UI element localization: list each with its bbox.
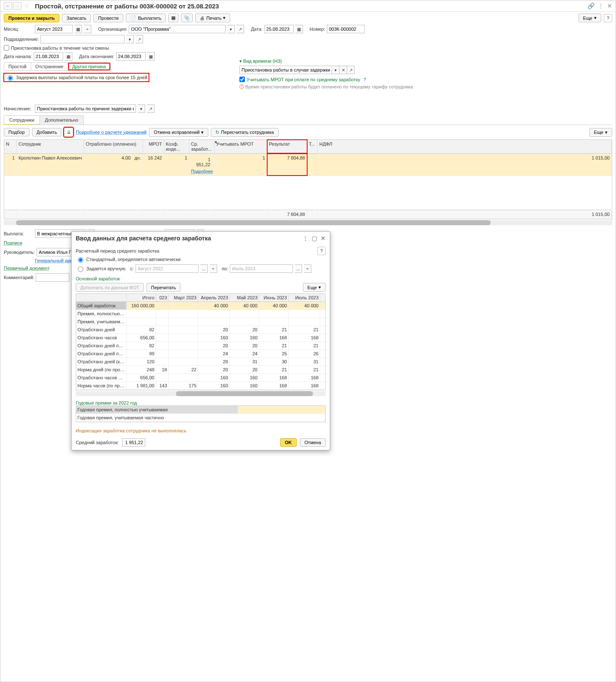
tab-additional[interactable]: Дополнительно xyxy=(40,115,84,125)
comment-input[interactable] xyxy=(36,273,69,282)
open-icon[interactable]: ↗ xyxy=(147,104,154,113)
tab-idle[interactable]: Простой xyxy=(4,63,31,70)
close-icon[interactable]: ✕ xyxy=(607,3,612,9)
modal-scrollbar[interactable] xyxy=(76,391,326,396)
org-input[interactable] xyxy=(129,25,226,33)
mrot-help[interactable]: ? xyxy=(364,77,366,82)
month-input[interactable] xyxy=(35,25,73,33)
post-close-button[interactable]: Провести и закрыть xyxy=(4,14,59,22)
open-icon[interactable]: ↗ xyxy=(347,66,355,74)
col-emp: Сотрудник xyxy=(17,140,84,153)
modal-help-button[interactable]: ? xyxy=(317,247,326,255)
add-button[interactable]: Добавить xyxy=(32,128,62,136)
col-t: Т... xyxy=(307,140,318,153)
dept-input[interactable] xyxy=(40,35,125,43)
calendar-icon[interactable]: ▦ xyxy=(295,25,303,33)
end-input[interactable] xyxy=(116,52,146,61)
earn-row[interactable]: Отработано дней (календ.)12028313031 xyxy=(76,358,325,366)
dropdown-icon[interactable]: ▾ xyxy=(126,35,134,43)
earn-row[interactable]: Отработано часов по пятидне...656,001601… xyxy=(76,374,325,382)
nav-fwd-icon[interactable]: → xyxy=(13,2,21,10)
num-input[interactable] xyxy=(327,25,365,33)
avg-earnings-modal: Ввод данных для расчета среднего заработ… xyxy=(71,231,330,450)
nav-back-icon[interactable]: ← xyxy=(4,2,12,10)
kebab-icon[interactable]: ⋮ xyxy=(598,3,604,9)
col-res: Результат xyxy=(267,140,307,153)
stepper-icon[interactable]: ÷ xyxy=(84,25,91,33)
help-button[interactable]: ? xyxy=(604,14,612,22)
dept-label: Подразделение: xyxy=(4,37,39,42)
h-scrollbar[interactable] xyxy=(4,220,612,225)
recalc-button[interactable]: ↻ Пересчитать сотрудника xyxy=(211,128,279,137)
star-icon[interactable]: ☆ xyxy=(24,2,32,10)
struct-icon[interactable]: ▦ xyxy=(168,13,178,22)
grid-more-button[interactable]: Еще ▾ xyxy=(589,128,612,137)
post-button[interactable]: Провести xyxy=(93,14,123,22)
modal-maximize-icon[interactable]: ▢ xyxy=(312,235,317,242)
attach-icon[interactable]: 📎 xyxy=(181,13,193,22)
kind-title[interactable]: ▾ Вид времени (НЗ) xyxy=(239,59,433,64)
period-label: Расчетный период среднего заработка xyxy=(76,248,317,253)
clear-icon[interactable]: ✕ xyxy=(340,66,347,74)
earn-row[interactable]: Премия, учитываемая частично xyxy=(76,318,325,326)
calendar-icon[interactable]: ▦ xyxy=(65,52,72,61)
kind-input[interactable] xyxy=(239,66,332,74)
noidx-text: Индексация заработка сотрудника не выпол… xyxy=(76,428,326,433)
print-button[interactable]: 🖨 Печать ▾ xyxy=(195,13,230,22)
earn-row[interactable]: Норма часов (по произв. кале...1 981,001… xyxy=(76,382,325,390)
col-idx: Коэф. инде... xyxy=(164,140,189,153)
std-radio[interactable]: Стандартный, определяется автоматически xyxy=(76,255,326,264)
calendar-icon[interactable]: ▦ xyxy=(147,52,155,61)
month-label: Месяц: xyxy=(4,27,33,32)
tab-employees[interactable]: Сотрудники xyxy=(4,115,40,125)
earn-row[interactable]: Отработано дней по шестидне...9924242526 xyxy=(76,350,325,358)
earn-row[interactable]: Общий заработок160 000,0040 00040 00040 … xyxy=(76,302,325,310)
cancel-corr-button[interactable]: Отмена исправлений ▾ xyxy=(149,128,208,137)
earn-row[interactable]: Премия, полностью учитыва... xyxy=(76,310,325,318)
to-input[interactable] xyxy=(230,264,293,273)
modal-kebab-icon[interactable]: ⋮ xyxy=(303,235,308,242)
page-title: Простой, отстранение от работы 003К-0000… xyxy=(35,3,219,10)
link-icon[interactable]: 🔗 xyxy=(587,3,595,9)
table-row[interactable]: 1 Кропоткин Павел Алексеевич 4,00 дн. 16… xyxy=(4,154,612,176)
partshift-checkbox[interactable]: Приостановка работы в течение части смен… xyxy=(4,45,109,51)
date-input[interactable] xyxy=(264,25,294,33)
earn-row[interactable]: Отработано дней8220202121 xyxy=(76,326,325,334)
modal-close-icon[interactable]: ✕ xyxy=(321,235,326,242)
signatures-link[interactable]: Подписи xyxy=(4,240,22,245)
earn-row[interactable]: Норма дней (по произв. кален...248182220… xyxy=(76,366,325,374)
detail-link[interactable]: Подробнее xyxy=(191,169,213,174)
num-label: Номер: xyxy=(310,27,325,32)
holdings-link[interactable]: Подробнее о расчете удержаний xyxy=(76,130,146,135)
open-icon[interactable]: ↗ xyxy=(236,25,244,33)
earn-row[interactable]: Отработано дней по пятиднев...8220202121 xyxy=(76,342,325,350)
calendar-icon[interactable]: ▦ xyxy=(74,25,82,33)
col-ndfl: НДФЛ xyxy=(318,140,612,153)
primary-doc-link[interactable]: Первичный документ xyxy=(4,266,50,271)
tab-suspend[interactable]: Отстранение xyxy=(31,63,68,70)
dropdown-icon[interactable]: ▾ xyxy=(332,66,340,74)
manual-radio[interactable]: Задается вручную с: ...÷ по: ...÷ xyxy=(76,264,326,274)
modal-more-button[interactable]: Еще ▾ xyxy=(303,283,326,292)
ok-button[interactable]: OK xyxy=(280,438,297,447)
open-icon[interactable]: ↗ xyxy=(135,35,143,43)
from-input[interactable] xyxy=(135,264,199,273)
reason-radio[interactable]: Задержка выплаты заработной платы на сро… xyxy=(4,73,149,82)
tab-other[interactable]: Другая причина xyxy=(68,63,110,70)
more-button[interactable]: Еще ▾ xyxy=(579,13,601,22)
accrual-input[interactable] xyxy=(35,104,136,113)
earn-row[interactable]: Отработано часов656,00160160168168 xyxy=(76,334,325,342)
pick-button[interactable]: Подбор xyxy=(4,128,29,136)
reread-button[interactable]: Перечитать xyxy=(146,283,181,292)
dropdown-icon[interactable]: ▾ xyxy=(138,104,145,113)
fill-icon[interactable]: ⇊ xyxy=(64,128,73,137)
cancel-button[interactable]: Отмена xyxy=(300,438,326,447)
start-input[interactable] xyxy=(34,52,63,61)
pay-button[interactable]: 📄 Выплатить xyxy=(126,13,166,22)
save-button[interactable]: Записать xyxy=(62,14,91,22)
mrot-checkbox[interactable]: Учитывать МРОТ при оплате по среднему за… xyxy=(239,77,433,82)
year-title: Годовые премии за 2022 год xyxy=(76,400,326,405)
avg-input[interactable] xyxy=(122,438,145,447)
org-label: Организация: xyxy=(98,27,127,32)
dropdown-icon[interactable]: ▾ xyxy=(227,25,235,33)
